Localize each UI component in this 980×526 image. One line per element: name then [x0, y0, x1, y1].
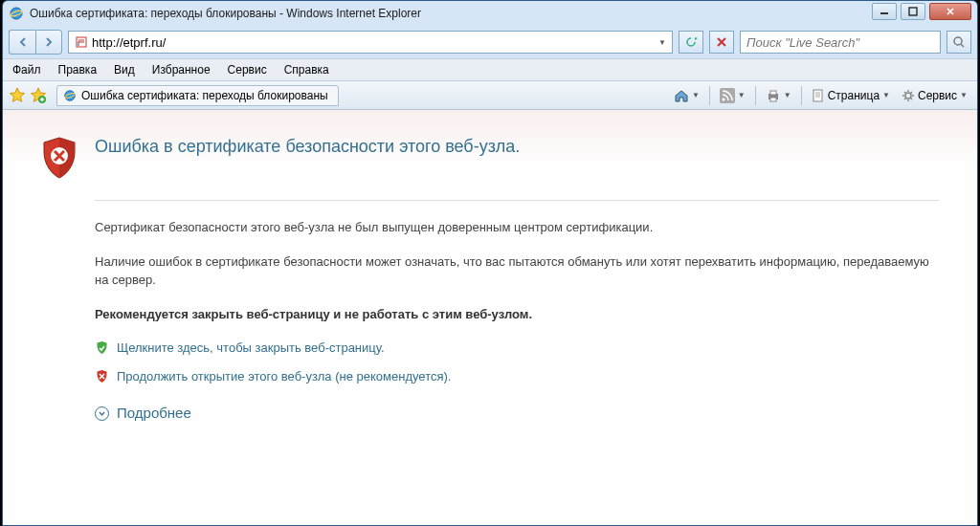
separator [801, 86, 802, 105]
shield-warn-icon [95, 369, 109, 384]
menu-file[interactable]: Файл [12, 63, 41, 77]
svg-rect-13 [770, 91, 776, 95]
chevron-down-icon: ▼ [692, 91, 700, 99]
stop-button[interactable] [709, 31, 734, 54]
chevron-down-icon: ▼ [882, 91, 890, 99]
rss-icon [720, 88, 735, 103]
menubar: Файл Правка Вид Избранное Сервис Справка [3, 58, 977, 81]
maximize-icon [908, 7, 918, 16]
expand-icon [95, 406, 109, 421]
favorites-star-icon[interactable] [9, 87, 26, 104]
continue-link[interactable]: Продолжить открытие этого веб-узла (не р… [95, 367, 939, 386]
page-icon: ί [75, 35, 88, 49]
page-content: Ошибка в сертификате безопасности этого … [3, 110, 977, 525]
shield-ok-icon [95, 340, 109, 355]
ie-logo-icon [9, 6, 24, 21]
error-text-2: Наличие ошибок в сертификате безопасност… [95, 252, 939, 290]
tools-menu[interactable]: Сервис▼ [898, 85, 971, 106]
browser-window: Ошибка сертификата: переходы блокированы… [2, 0, 978, 526]
chevron-down-icon: ▼ [960, 91, 968, 99]
menu-favorites[interactable]: Избранное [152, 63, 211, 77]
ie-logo-icon [63, 89, 77, 102]
home-icon [674, 88, 689, 103]
forward-arrow-icon [42, 35, 56, 49]
url-input[interactable] [92, 35, 655, 50]
svg-rect-3 [909, 8, 917, 15]
feeds-button[interactable]: ▼ [716, 85, 749, 106]
svg-point-6 [954, 37, 962, 45]
svg-point-16 [905, 93, 911, 99]
forward-button[interactable] [35, 30, 62, 55]
refresh-icon [684, 35, 698, 49]
address-bar[interactable]: ί ▼ [68, 31, 673, 54]
address-dropdown-icon[interactable]: ▼ [658, 38, 666, 47]
error-text-1: Сертификат безопасности этого веб-узла н… [95, 218, 939, 237]
svg-point-11 [722, 98, 724, 100]
close-page-text: Щелкните здесь, чтобы закрыть веб-страни… [117, 339, 385, 358]
svg-rect-15 [813, 90, 822, 101]
more-info-link[interactable]: Подробнее [95, 403, 939, 425]
menu-edit[interactable]: Правка [58, 63, 98, 77]
separator [755, 86, 756, 105]
close-icon [946, 7, 955, 16]
print-icon [766, 88, 781, 103]
separator [709, 86, 710, 105]
window-buttons [872, 3, 971, 20]
tools-label: Сервис [918, 89, 957, 102]
continue-text: Продолжить открытие этого веб-узла (не р… [117, 367, 451, 386]
page-icon [812, 89, 825, 102]
home-button[interactable]: ▼ [670, 85, 703, 106]
search-input[interactable] [746, 35, 934, 50]
menu-help[interactable]: Справка [284, 63, 329, 77]
stop-x-icon [716, 36, 727, 48]
window-title: Ошибка сертификата: переходы блокированы… [30, 7, 971, 20]
close-button[interactable] [929, 3, 971, 20]
search-icon [952, 35, 966, 49]
svg-text:ί: ί [78, 40, 79, 47]
command-bar: Ошибка сертификата: переходы блокированы… [3, 81, 977, 110]
recommendation-text: Рекомендуется закрыть веб-страницу и не … [95, 305, 939, 324]
error-body: Сертификат безопасности этого веб-узла н… [95, 200, 939, 425]
page-menu[interactable]: Страница▼ [808, 85, 894, 106]
shield-error-icon [41, 137, 78, 179]
svg-rect-14 [770, 98, 776, 101]
svg-rect-2 [880, 12, 888, 14]
minimize-button[interactable] [872, 3, 897, 20]
menu-view[interactable]: Вид [114, 63, 135, 77]
search-button[interactable] [947, 31, 971, 54]
error-heading: Ошибка в сертификате безопасности этого … [95, 137, 520, 157]
refresh-button[interactable] [679, 31, 703, 54]
divider [95, 200, 939, 201]
print-button[interactable]: ▼ [762, 85, 795, 106]
minimize-icon [880, 7, 889, 16]
back-button[interactable] [9, 30, 35, 55]
nav-buttons [9, 30, 62, 55]
menu-tools[interactable]: Сервис [228, 63, 267, 77]
page-label: Страница [828, 89, 880, 102]
chevron-down-icon: ▼ [784, 91, 791, 99]
tab-title: Ошибка сертификата: переходы блокированы [81, 89, 328, 102]
active-tab[interactable]: Ошибка сертификата: переходы блокированы [56, 85, 339, 106]
error-header: Ошибка в сертификате безопасности этого … [41, 137, 939, 196]
close-page-link[interactable]: Щелкните здесь, чтобы закрыть веб-страни… [95, 339, 939, 358]
back-arrow-icon [16, 35, 30, 49]
gear-icon [902, 89, 915, 102]
address-bar-row: ί ▼ [3, 26, 977, 58]
cert-error-page: Ошибка в сертификате безопасности этого … [3, 110, 977, 525]
more-info-text: Подробнее [117, 403, 191, 425]
maximize-button[interactable] [901, 3, 925, 20]
search-box[interactable] [740, 31, 941, 54]
add-favorite-icon[interactable] [30, 87, 47, 104]
chevron-down-icon: ▼ [738, 91, 746, 99]
titlebar: Ошибка сертификата: переходы блокированы… [3, 1, 977, 26]
svg-rect-10 [720, 88, 735, 103]
